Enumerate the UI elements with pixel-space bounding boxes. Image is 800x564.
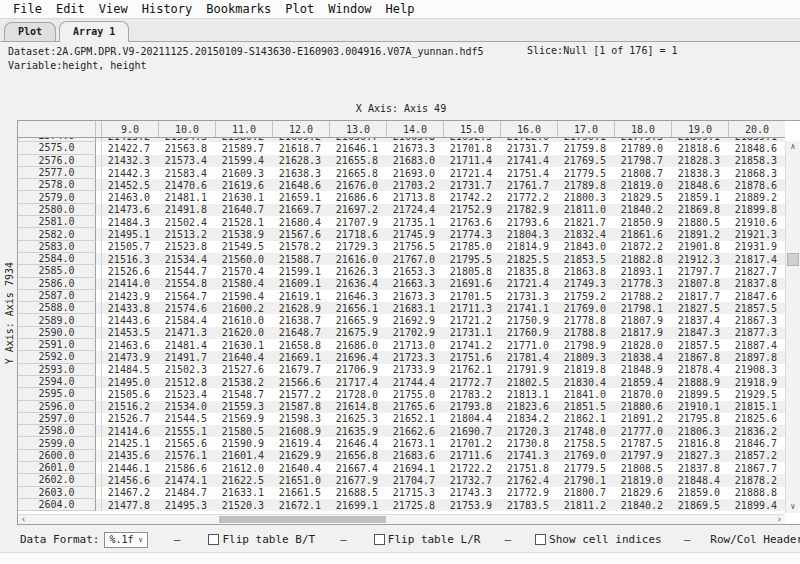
table-cell[interactable]: 21425.1 [102, 437, 159, 449]
table-cell[interactable]: 21548.7 [216, 388, 273, 400]
table-cell[interactable]: 21723.3 [387, 351, 444, 363]
table-cell[interactable]: 21779.5 [558, 167, 615, 179]
table-cell[interactable]: 21774.3 [444, 228, 501, 240]
table-cell[interactable]: 21778.3 [615, 278, 672, 290]
table-cell[interactable]: 21741.1 [501, 302, 558, 314]
table-cell[interactable]: 21577.2 [273, 388, 330, 400]
table-cell[interactable]: 21422.7 [102, 142, 159, 154]
table-cell[interactable]: 21731.7 [501, 142, 558, 154]
table-cell[interactable]: 21910.6 [729, 216, 785, 228]
table-cell[interactable]: 21901.8 [672, 241, 729, 253]
menu-plot[interactable]: Plot [283, 2, 316, 16]
table-cell[interactable]: 21867.3 [729, 314, 785, 326]
table-cell[interactable]: 21778.8 [558, 314, 615, 326]
table-cell[interactable]: 21848.6 [729, 142, 785, 154]
table-cell[interactable]: 21675.9 [330, 327, 387, 339]
table-cell[interactable]: 21848.9 [615, 364, 672, 376]
table-cell[interactable]: 21626.3 [330, 265, 387, 277]
table-cell[interactable]: 21827.5 [672, 302, 729, 314]
horizontal-scrollbar-thumb[interactable] [219, 516, 386, 523]
table-cell[interactable]: 21918.9 [729, 376, 785, 388]
table-cell[interactable]: 21785.0 [444, 241, 501, 253]
table-cell[interactable]: 21679.7 [273, 364, 330, 376]
table-cell[interactable]: 21741.4 [501, 155, 558, 167]
table-cell[interactable]: 21731.7 [444, 179, 501, 191]
table-cell[interactable]: 21753.9 [444, 499, 501, 511]
table-cell[interactable]: 21638.7 [273, 314, 330, 326]
table-cell[interactable]: 21819.0 [615, 474, 672, 486]
table-cell[interactable]: 21795.8 [672, 413, 729, 425]
scroll-left-icon[interactable]: ‹ [18, 515, 29, 524]
table-cell[interactable]: 21580.4 [216, 278, 273, 290]
table-cell[interactable]: 21858.3 [729, 155, 785, 167]
table-cell[interactable]: 21516.3 [102, 253, 159, 265]
table-cell[interactable]: 21703.2 [387, 179, 444, 191]
table-cell[interactable]: 21793.8 [444, 401, 501, 413]
table-cell[interactable]: 21765.6 [387, 401, 444, 413]
table-cell[interactable]: 21758.5 [558, 437, 615, 449]
table-cell[interactable]: 21495.3 [159, 499, 216, 511]
table-cell[interactable]: 21673.3 [387, 290, 444, 302]
table-cell[interactable]: 21733.9 [387, 364, 444, 376]
scroll-right-icon[interactable]: › [774, 515, 785, 524]
table-cell[interactable]: 21817.7 [672, 290, 729, 302]
table-cell[interactable]: 21772.2 [501, 191, 558, 203]
table-cell[interactable]: 21523.8 [159, 241, 216, 253]
table-cell[interactable]: 21827.7 [729, 265, 785, 277]
table-cell[interactable]: 21619.6 [216, 179, 273, 191]
table-cell[interactable]: 21628.3 [273, 155, 330, 167]
table-cell[interactable]: 21798.9 [558, 339, 615, 351]
table-cell[interactable]: 21677.9 [330, 474, 387, 486]
table-cell[interactable]: 21711.3 [444, 302, 501, 314]
table-cell[interactable]: 21528.1 [216, 216, 273, 228]
table-cell[interactable]: 21867.7 [729, 462, 785, 474]
table-cell[interactable]: 21814.9 [501, 241, 558, 253]
table-cell[interactable]: 21847.6 [729, 290, 785, 302]
table-cell[interactable]: 21741.3 [501, 450, 558, 462]
table-cell[interactable]: 21672.1 [273, 499, 330, 511]
table-cell[interactable]: 21819.0 [615, 179, 672, 191]
table-cell[interactable]: 21523.4 [159, 388, 216, 400]
table-cell[interactable]: 21769.5 [558, 155, 615, 167]
table-cell[interactable]: 21869.8 [672, 204, 729, 216]
table-cell[interactable]: 21544.7 [159, 265, 216, 277]
table-cell[interactable]: 21470.6 [159, 179, 216, 191]
table-cell[interactable]: 21683.1 [387, 302, 444, 314]
table-cell[interactable]: 21891.2 [615, 413, 672, 425]
table-cell[interactable]: 21599.1 [273, 265, 330, 277]
table-cell[interactable]: 21414.6 [102, 425, 159, 437]
table-cell[interactable]: 21648.6 [273, 179, 330, 191]
table-cell[interactable]: 21859.1 [672, 191, 729, 203]
table-cell[interactable]: 21878.6 [729, 179, 785, 191]
table-cell[interactable]: 21761.7 [501, 179, 558, 191]
table-cell[interactable]: 21601.4 [216, 450, 273, 462]
table-cell[interactable]: 21721.4 [501, 278, 558, 290]
table-cell[interactable]: 21669.7 [273, 204, 330, 216]
table-cell[interactable]: 21830.4 [558, 376, 615, 388]
flip-table-bt-checkbox[interactable] [208, 534, 219, 545]
table-cell[interactable]: 21762.4 [501, 474, 558, 486]
table-cell[interactable]: 21897.8 [729, 351, 785, 363]
table-cell[interactable]: 21721.4 [444, 167, 501, 179]
table-cell[interactable]: 21912.3 [672, 253, 729, 265]
table-cell[interactable]: 21742.2 [444, 191, 501, 203]
table-cell[interactable]: 21759.2 [558, 290, 615, 302]
table-cell[interactable]: 21848.6 [672, 179, 729, 191]
table-cell[interactable]: 21648.7 [273, 327, 330, 339]
table-cell[interactable]: 21728.0 [330, 388, 387, 400]
table-cell[interactable]: 21721.2 [444, 314, 501, 326]
table-cell[interactable]: 21673.1 [387, 437, 444, 449]
table-cell[interactable]: 21574.6 [159, 302, 216, 314]
table-cell[interactable]: 21837.4 [672, 314, 729, 326]
table-cell[interactable]: 21877.3 [729, 327, 785, 339]
table-cell[interactable]: 21749.3 [558, 278, 615, 290]
table-cell[interactable]: 21893.1 [615, 265, 672, 277]
table-cell[interactable]: 21744.4 [387, 376, 444, 388]
table-cell[interactable]: 21414.0 [102, 278, 159, 290]
table-cell[interactable]: 21868.3 [729, 167, 785, 179]
table-cell[interactable]: 21630.1 [216, 191, 273, 203]
table-cell[interactable]: 21609.1 [273, 278, 330, 290]
table-cell[interactable]: 21526.6 [102, 265, 159, 277]
table-cell[interactable]: 21699.1 [330, 499, 387, 511]
table-cell[interactable]: 21756.5 [387, 241, 444, 253]
